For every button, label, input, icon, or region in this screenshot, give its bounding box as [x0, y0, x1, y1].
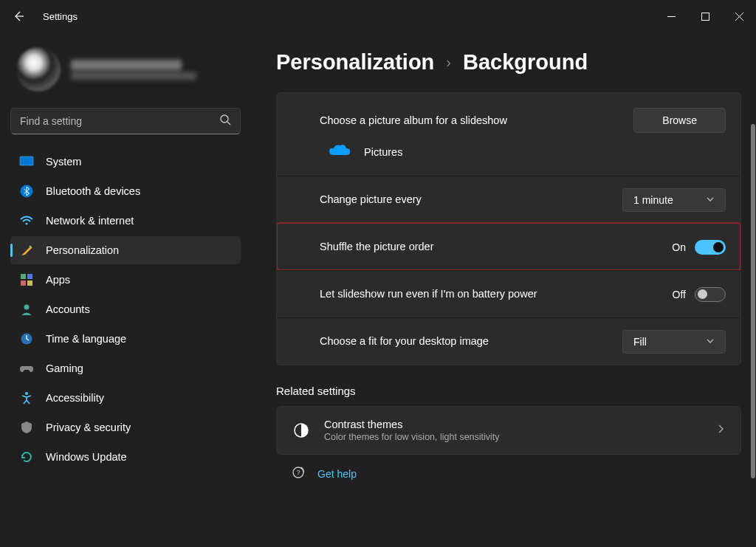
shield-icon [19, 420, 34, 435]
svg-rect-8 [21, 281, 26, 286]
search-icon [219, 114, 231, 128]
sidebar-item-accounts[interactable]: Accounts [10, 295, 241, 323]
apps-icon [19, 272, 34, 287]
person-icon [19, 302, 34, 317]
album-folder: Pictures [364, 146, 402, 158]
wifi-icon [19, 213, 34, 228]
breadcrumb-current: Background [463, 50, 588, 75]
toggle-state: Off [673, 289, 686, 300]
sidebar-item-personalization[interactable]: Personalization [10, 236, 241, 264]
search-input[interactable] [10, 108, 241, 134]
sidebar-item-apps[interactable]: Apps [10, 266, 241, 294]
svg-point-1 [221, 115, 228, 123]
related-sub: Color themes for low vision, light sensi… [324, 432, 702, 442]
sidebar-item-label: System [46, 156, 81, 168]
sidebar-item-label: Time & language [46, 333, 126, 345]
titlebar: Settings [0, 0, 756, 32]
row-fit: Choose a fit for your desktop image Fill [277, 317, 740, 365]
sidebar-item-network[interactable]: Network & internet [10, 207, 241, 235]
toggle-state: On [672, 241, 686, 253]
breadcrumb: Personalization › Background [276, 50, 741, 75]
accessibility-icon [19, 391, 34, 405]
battery-toggle[interactable] [695, 287, 726, 302]
svg-text:?: ? [296, 469, 300, 476]
shuffle-toggle[interactable] [695, 240, 726, 255]
search-field[interactable] [20, 115, 219, 127]
system-icon [19, 154, 34, 169]
interval-select[interactable]: 1 minute [622, 188, 726, 212]
scrollbar[interactable] [750, 124, 756, 540]
chevron-right-icon [715, 424, 726, 437]
profile-block[interactable] [10, 41, 241, 105]
sidebar: System Bluetooth & devices Network & int… [0, 32, 251, 547]
svg-point-12 [25, 392, 28, 395]
svg-point-5 [25, 222, 27, 224]
related-title: Contrast themes [324, 419, 702, 430]
row-shuffle: Shuffle the picture order On [277, 223, 740, 270]
clock-icon [19, 331, 34, 346]
onedrive-icon [329, 143, 351, 161]
related-heading: Related settings [276, 385, 741, 397]
chevron-down-icon [706, 336, 715, 348]
row-label: Let slideshow run even if I'm on battery… [320, 286, 673, 301]
svg-rect-7 [27, 274, 32, 279]
sidebar-item-label: Privacy & security [46, 422, 131, 433]
sidebar-item-label: Personalization [46, 244, 119, 256]
sidebar-item-system[interactable]: System [10, 148, 241, 176]
row-change-interval: Change picture every 1 minute [277, 176, 740, 223]
row-battery: Let slideshow run even if I'm on battery… [277, 270, 740, 317]
row-label: Choose a fit for your desktop image [320, 334, 622, 348]
help-link[interactable]: ? Get help [276, 455, 741, 486]
sidebar-item-label: Bluetooth & devices [46, 185, 140, 197]
app-title: Settings [43, 11, 78, 22]
sidebar-item-label: Apps [46, 274, 70, 286]
help-icon: ? [291, 465, 306, 482]
sidebar-item-label: Windows Update [46, 451, 127, 463]
avatar [16, 47, 61, 92]
sidebar-item-bluetooth[interactable]: Bluetooth & devices [10, 177, 241, 205]
svg-point-10 [24, 305, 30, 310]
browse-button[interactable]: Browse [633, 108, 726, 133]
sidebar-item-label: Network & internet [46, 215, 134, 227]
related-contrast[interactable]: Contrast themes Color themes for low vis… [276, 406, 741, 455]
sidebar-item-label: Accounts [46, 303, 90, 315]
gamepad-icon [19, 361, 34, 376]
back-button[interactable] [12, 10, 25, 23]
scrollbar-thumb[interactable] [751, 124, 755, 478]
paint-icon [19, 243, 34, 258]
sidebar-item-label: Gaming [46, 362, 83, 374]
contrast-icon [292, 421, 311, 440]
svg-rect-6 [21, 274, 26, 279]
breadcrumb-parent[interactable]: Personalization [276, 50, 434, 75]
fit-select[interactable]: Fill [622, 330, 726, 354]
bluetooth-icon [19, 184, 34, 199]
profile-text [71, 60, 196, 80]
row-label: Shuffle the picture order [320, 239, 672, 254]
settings-panel: Choose a picture album for a slideshow B… [276, 92, 741, 365]
help-label: Get help [317, 468, 357, 480]
row-album: Choose a picture album for a slideshow B… [277, 93, 740, 176]
select-value: Fill [633, 336, 647, 348]
svg-rect-0 [701, 13, 709, 20]
minimize-button[interactable] [654, 4, 688, 28]
nav-list: System Bluetooth & devices Network & int… [10, 148, 241, 471]
window-controls [654, 4, 756, 28]
chevron-right-icon: › [446, 54, 451, 71]
row-label: Choose a picture album for a slideshow [320, 113, 633, 128]
row-label: Change picture every [320, 192, 622, 207]
sidebar-item-privacy[interactable]: Privacy & security [10, 413, 241, 441]
sidebar-item-accessibility[interactable]: Accessibility [10, 384, 241, 412]
sidebar-item-gaming[interactable]: Gaming [10, 354, 241, 382]
maximize-button[interactable] [688, 4, 722, 28]
main-content: Personalization › Background Choose a pi… [251, 32, 756, 547]
svg-rect-9 [27, 281, 32, 286]
svg-rect-2 [20, 156, 33, 165]
chevron-down-icon [706, 194, 715, 206]
sidebar-item-label: Accessibility [46, 392, 104, 404]
update-icon [19, 450, 34, 464]
select-value: 1 minute [633, 194, 673, 206]
close-button[interactable] [722, 4, 756, 28]
sidebar-item-update[interactable]: Windows Update [10, 443, 241, 471]
sidebar-item-time[interactable]: Time & language [10, 325, 241, 353]
